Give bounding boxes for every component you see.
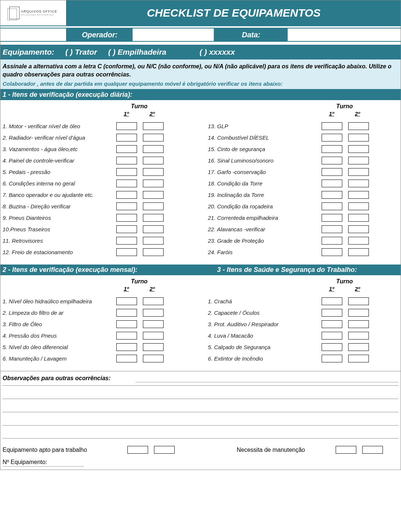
check-box-t1[interactable] <box>322 145 342 153</box>
check-box-t2[interactable] <box>143 122 164 130</box>
check-box-t1[interactable] <box>322 248 342 256</box>
check-box-t2[interactable] <box>143 180 164 187</box>
check-box-t2[interactable] <box>143 191 164 199</box>
check-box-t2[interactable] <box>143 168 164 176</box>
check-box-t2[interactable] <box>143 355 164 362</box>
manut-box-t1[interactable] <box>336 446 356 454</box>
item-label: 1. Crachá <box>208 298 319 304</box>
check-box-t1[interactable] <box>116 168 137 176</box>
check-box-t1[interactable] <box>322 202 342 210</box>
check-box-t1[interactable] <box>116 191 137 199</box>
check-box-t1[interactable] <box>116 134 137 141</box>
turno-2: 2º <box>150 286 155 292</box>
check-box-t1[interactable] <box>116 343 137 351</box>
check-box-t2[interactable] <box>143 225 164 233</box>
check-box-t1[interactable] <box>322 122 342 130</box>
check-box-t2[interactable] <box>348 297 369 305</box>
check-box-t2[interactable] <box>348 122 369 130</box>
observation-line[interactable] <box>3 385 398 399</box>
check-box-t2[interactable] <box>348 145 369 153</box>
check-box-t1[interactable] <box>322 214 342 222</box>
operador-input[interactable] <box>133 28 215 41</box>
document-icon <box>9 7 20 19</box>
check-box-t1[interactable] <box>116 180 137 187</box>
check-box-t2[interactable] <box>348 168 369 176</box>
check-box-t2[interactable] <box>348 202 369 210</box>
check-box-t2[interactable] <box>348 214 369 222</box>
check-box-t1[interactable] <box>322 332 342 340</box>
item-label: 3. Vazamentos - água óleo,etc <box>3 146 113 152</box>
check-box-t2[interactable] <box>348 355 369 362</box>
check-box-t1[interactable] <box>322 297 342 305</box>
check-box-t1[interactable] <box>116 237 137 245</box>
item-label: 21. Correnteda empilhadeira <box>208 215 319 221</box>
check-box-t2[interactable] <box>143 145 164 153</box>
check-box-t2[interactable] <box>348 134 369 141</box>
check-box-t1[interactable] <box>116 202 137 210</box>
check-box-t2[interactable] <box>143 309 164 317</box>
item-label: 16. Sinal Luminoso/sonoro <box>208 157 319 164</box>
check-box-t1[interactable] <box>116 122 137 130</box>
apto-box-t1[interactable] <box>127 446 148 454</box>
check-box-t1[interactable] <box>322 134 342 141</box>
check-box-t2[interactable] <box>348 320 369 328</box>
check-box-t2[interactable] <box>348 191 369 199</box>
check-box-t2[interactable] <box>348 180 369 187</box>
apto-box-t2[interactable] <box>154 446 175 454</box>
check-box-t1[interactable] <box>322 309 342 317</box>
check-box-t1[interactable] <box>322 191 342 199</box>
check-box-t1[interactable] <box>116 309 137 317</box>
check-box-t1[interactable] <box>116 214 137 222</box>
check-box-t1[interactable] <box>322 355 342 362</box>
item-row: 14. Combustível DÍESEL <box>208 132 398 143</box>
check-box-t2[interactable] <box>348 248 369 256</box>
check-box-t2[interactable] <box>143 157 164 164</box>
check-box-t1[interactable] <box>116 157 137 164</box>
check-box-t2[interactable] <box>348 225 369 233</box>
check-box-t1[interactable] <box>116 355 137 362</box>
check-box-t2[interactable] <box>143 343 164 351</box>
check-box-t2[interactable] <box>348 332 369 340</box>
check-box-t1[interactable] <box>116 225 137 233</box>
check-box-t2[interactable] <box>143 332 164 340</box>
observation-line[interactable] <box>136 375 398 382</box>
check-box-t1[interactable] <box>116 248 137 256</box>
check-box-t2[interactable] <box>143 248 164 256</box>
check-box-t1[interactable] <box>322 225 342 233</box>
equip-opt-trator[interactable]: ( ) Trator <box>65 48 97 57</box>
check-box-t1[interactable] <box>116 332 137 340</box>
check-box-t1[interactable] <box>322 180 342 187</box>
check-box-t1[interactable] <box>322 168 342 176</box>
check-box-t2[interactable] <box>143 320 164 328</box>
check-box-t2[interactable] <box>348 157 369 164</box>
section-3-title: 3 - Itens de Saúde e Segurança do Trabal… <box>184 266 398 274</box>
check-box-t1[interactable] <box>322 157 342 164</box>
data-input[interactable] <box>288 28 401 41</box>
check-box-t2[interactable] <box>348 237 369 245</box>
check-box-t2[interactable] <box>348 343 369 351</box>
check-box-t1[interactable] <box>322 237 342 245</box>
observations-area: Observações para outras ocorrências: <box>0 371 401 439</box>
check-box-t2[interactable] <box>143 214 164 222</box>
observation-line[interactable] <box>3 425 398 439</box>
observation-line[interactable] <box>3 412 398 425</box>
observations-title: Observações para outras ocorrências: <box>3 375 136 385</box>
check-box-t1[interactable] <box>322 320 342 328</box>
check-box-t2[interactable] <box>143 134 164 141</box>
check-box-t1[interactable] <box>116 297 137 305</box>
item-label: 4. Luva / Macacão <box>208 332 319 339</box>
check-box-t2[interactable] <box>143 237 164 245</box>
equipment-number-label[interactable]: Nº Equipamento: <box>3 459 84 467</box>
item-row: 18. Condição da Torre <box>208 178 398 189</box>
check-box-t1[interactable] <box>322 343 342 351</box>
manut-box-t2[interactable] <box>362 446 383 454</box>
item-label: 2. Capacete / Óculos <box>208 310 319 316</box>
check-box-t1[interactable] <box>116 145 137 153</box>
observation-line[interactable] <box>3 399 398 412</box>
equip-opt-other[interactable]: ( ) xxxxxx <box>199 48 235 57</box>
check-box-t1[interactable] <box>116 320 137 328</box>
check-box-t2[interactable] <box>143 297 164 305</box>
check-box-t2[interactable] <box>348 309 369 317</box>
check-box-t2[interactable] <box>143 202 164 210</box>
equip-opt-empilhadeira[interactable]: ( ) Empilhadeira <box>108 48 167 57</box>
